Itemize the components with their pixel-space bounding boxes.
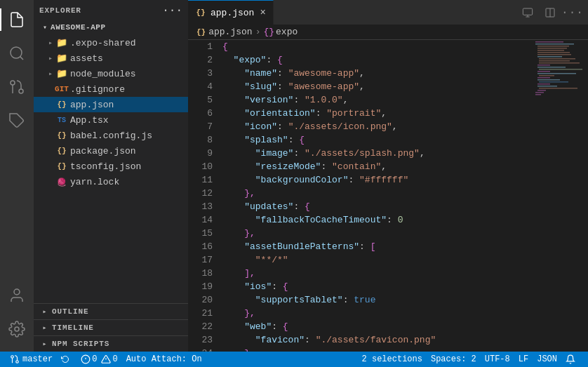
ts-icon: TS: [56, 114, 67, 126]
settings-activity-icon[interactable]: [0, 312, 34, 346]
line-number: 4: [188, 80, 213, 93]
line-number: 1: [188, 40, 213, 53]
folder-icon: 📁: [56, 53, 67, 64]
remote-explorer-button[interactable]: [518, 3, 537, 22]
split-editor-button[interactable]: [540, 3, 560, 22]
code-editor: 1234567891011121314151617181920212223242…: [188, 40, 588, 352]
notifications-status[interactable]: [561, 352, 582, 367]
activity-bar: [0, 0, 34, 352]
svg-rect-26: [539, 75, 554, 76]
editor-area: {} app.json ×: [188, 0, 588, 352]
git-branch-status[interactable]: master: [6, 352, 57, 367]
line-number: 19: [188, 280, 213, 293]
chevron-right-icon: ▸: [45, 53, 56, 64]
line-number: 3: [188, 67, 213, 80]
svg-rect-19: [539, 60, 570, 62]
timeline-panel-header[interactable]: ▸ TIMELINE: [34, 320, 188, 335]
code-content[interactable]: { "expo": { "name": "awesome-app", "slug…: [220, 40, 525, 352]
sidebar-item-package-json[interactable]: {} package.json: [34, 143, 188, 159]
sidebar-item-app-tsx[interactable]: TS App.tsx: [34, 112, 188, 128]
json-icon: {}: [56, 99, 67, 110]
errors-status[interactable]: 0 0: [76, 352, 121, 367]
sidebar-item-assets[interactable]: ▸ 📁 assets: [34, 51, 188, 66]
line-number: 11: [188, 173, 213, 187]
svg-rect-13: [537, 48, 567, 49]
line-numbers: 1234567891011121314151617181920212223242…: [188, 40, 220, 352]
breadcrumb-separator: ›: [255, 27, 261, 37]
tab-label: app.json: [211, 8, 254, 18]
encoding-label: UTF-8: [485, 354, 510, 364]
sidebar-label-expo-shared: .expo-shared: [70, 38, 136, 48]
tab-bar: {} app.json ×: [188, 0, 588, 25]
svg-rect-15: [537, 52, 570, 53]
auto-attach-status[interactable]: Auto Attach: On: [122, 352, 206, 367]
svg-rect-14: [537, 50, 564, 51]
svg-line-1: [20, 57, 23, 60]
chevron-right-icon: ▸: [45, 68, 56, 79]
code-line: "**/*": [222, 253, 525, 267]
sync-status[interactable]: [57, 352, 76, 367]
tree-item-root[interactable]: ▾ AWESOME-APP: [34, 20, 188, 35]
line-number: 2: [188, 53, 213, 67]
code-line: },: [222, 187, 525, 200]
folder-icon: 📁: [56, 37, 67, 48]
sidebar-item-gitignore[interactable]: GIT .gitignore: [34, 81, 188, 97]
svg-rect-18: [539, 58, 575, 60]
sidebar-item-expo-shared[interactable]: ▸ 📁 .expo-shared: [34, 35, 188, 51]
json-icon: {}: [56, 161, 67, 172]
sidebar-item-tsconfig-json[interactable]: {} tsconfig.json: [34, 159, 188, 174]
language-status[interactable]: JSON: [533, 352, 561, 367]
git-branch-label: master: [22, 354, 53, 364]
source-control-activity-icon[interactable]: [0, 70, 34, 104]
svg-rect-32: [539, 88, 577, 89]
svg-rect-7: [523, 8, 532, 15]
timeline-label: TIMELINE: [52, 323, 94, 332]
tab-app-json[interactable]: {} app.json ×: [188, 0, 274, 25]
minimap: [532, 40, 588, 352]
line-ending-status[interactable]: LF: [514, 352, 533, 367]
code-line: "name": "awesome-app",: [222, 67, 525, 80]
close-tab-button[interactable]: ×: [260, 8, 265, 18]
scrollbar-track[interactable]: [525, 40, 532, 352]
sidebar-more-icon[interactable]: ···: [162, 4, 182, 17]
status-bar: master 0 0 Auto Attach: On: [0, 352, 588, 367]
code-line: "image": "./assets/splash.png",: [222, 147, 525, 160]
code-line: "updates": {: [222, 200, 525, 213]
svg-rect-29: [539, 81, 568, 83]
code-line: "backgroundColor": "#ffffff": [222, 173, 525, 187]
breadcrumb: {} app.json › {}expo: [188, 25, 588, 40]
code-line: "slug": "awesome-app",: [222, 80, 525, 93]
line-number: 5: [188, 93, 213, 107]
explorer-activity-icon[interactable]: [0, 3, 34, 36]
code-line: "ios": {: [222, 280, 525, 293]
sidebar-item-yarn-lock[interactable]: 🧶 yarn.lock: [34, 174, 188, 189]
sidebar-label-gitignore: .gitignore: [70, 84, 125, 95]
account-activity-icon[interactable]: [0, 279, 34, 312]
svg-rect-33: [537, 90, 546, 91]
line-number: 14: [188, 213, 213, 227]
svg-rect-12: [537, 46, 569, 47]
svg-rect-17: [537, 56, 562, 58]
code-line: "supportsTablet": true: [222, 293, 525, 307]
svg-rect-10: [535, 41, 563, 43]
npm-scripts-label: NPM SCRIPTS: [52, 340, 109, 348]
line-number: 18: [188, 267, 213, 280]
npm-scripts-panel-header[interactable]: ▸ NPM SCRIPTS: [34, 336, 188, 352]
breadcrumb-file[interactable]: app.json: [208, 27, 252, 37]
sidebar-title: EXPLORER: [39, 6, 162, 15]
more-actions-button[interactable]: ···: [563, 3, 582, 22]
selections-status[interactable]: 2 selections: [358, 352, 427, 367]
extensions-activity-icon[interactable]: [0, 104, 34, 138]
sidebar-label-tsconfig-json: tsconfig.json: [70, 161, 141, 172]
sidebar-item-node-modules[interactable]: ▸ 📁 node_modules: [34, 66, 188, 81]
outline-panel-header[interactable]: ▸ OUTLINE: [34, 304, 188, 319]
sidebar-item-app-json[interactable]: {} app.json: [34, 97, 188, 112]
sidebar-item-babel-config[interactable]: {} babel.config.js: [34, 128, 188, 143]
encoding-status[interactable]: UTF-8: [481, 352, 514, 367]
js-icon: {}: [56, 130, 67, 141]
breadcrumb-icon: {}: [196, 28, 206, 36]
search-activity-icon[interactable]: [0, 36, 34, 70]
spaces-label: Spaces: 2: [431, 354, 476, 364]
svg-rect-24: [537, 71, 550, 72]
spaces-status[interactable]: Spaces: 2: [427, 352, 481, 367]
